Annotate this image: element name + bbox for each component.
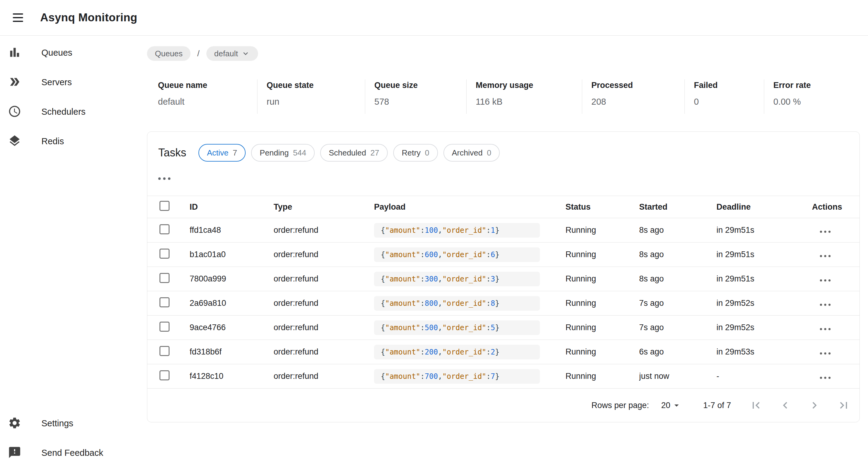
sidebar-item-label: Queues — [41, 48, 72, 58]
task-id: f4128c10 — [190, 372, 274, 381]
more-options-button[interactable] — [158, 172, 177, 185]
row-actions-button[interactable] — [820, 255, 833, 257]
row-actions-button[interactable] — [820, 377, 833, 379]
task-status: Running — [565, 299, 639, 308]
select-all-checkbox[interactable] — [159, 201, 169, 211]
task-id: 2a69a810 — [190, 299, 274, 308]
row-actions-button[interactable] — [820, 328, 833, 330]
previous-page-button[interactable] — [778, 399, 792, 412]
table-row: 2a69a810order:refund{"amount":800,"order… — [147, 291, 860, 316]
main-content: Queues / default Queue namedefaultQueue … — [147, 36, 868, 468]
table-row: 7800a999order:refund{"amount":300,"order… — [147, 267, 860, 291]
pagination-buttons — [749, 399, 850, 412]
sidebar-bottom-list: SettingsSend Feedback — [0, 409, 147, 468]
tab-active[interactable]: Active7 — [198, 144, 246, 162]
row-actions-button[interactable] — [820, 352, 833, 354]
sidebar-item-settings[interactable]: Settings — [0, 409, 147, 438]
tasks-table: IDTypePayloadStatusStartedDeadlineAction… — [147, 196, 860, 388]
feedback-icon — [8, 446, 21, 460]
breadcrumb: Queues / default — [147, 46, 868, 61]
more-horiz-icon — [820, 328, 822, 330]
stat-label: Queue size — [374, 81, 466, 90]
stat-processed: Processed208 — [582, 80, 684, 114]
sidebar-item-redis[interactable]: Redis — [0, 127, 147, 156]
stat-label: Error rate — [773, 81, 860, 90]
first-page-button[interactable] — [749, 399, 763, 412]
task-started: 7s ago — [639, 299, 716, 308]
table-footer: Rows per page: 20 1-7 of 7 — [147, 388, 860, 422]
row-checkbox[interactable] — [159, 273, 169, 283]
stat-value: 0.00 % — [773, 97, 860, 107]
sidebar-item-send-feedback[interactable]: Send Feedback — [0, 438, 147, 468]
breadcrumb-current-label: default — [214, 49, 238, 58]
task-payload: {"amount":800,"order_id":8} — [374, 296, 540, 311]
task-started: 6s ago — [639, 347, 716, 356]
stat-error-rate: Error rate0.00 % — [764, 80, 860, 114]
layers-icon — [8, 134, 21, 149]
rows-per-page-label: Rows per page: — [591, 401, 649, 410]
next-page-button[interactable] — [808, 399, 821, 412]
clock-icon — [8, 105, 21, 119]
sidebar-item-queues[interactable]: Queues — [0, 38, 147, 67]
task-status: Running — [565, 250, 639, 259]
bar-chart-icon — [8, 45, 21, 60]
pagination-range: 1-7 of 7 — [703, 401, 731, 410]
breadcrumb-queues-chip[interactable]: Queues — [147, 46, 190, 61]
table-row: b1ac01a0order:refund{"amount":600,"order… — [147, 243, 860, 267]
more-horiz-icon — [820, 255, 822, 257]
sidebar-nav-list: QueuesServersSchedulersRedis — [0, 38, 147, 156]
task-id: ffd1ca48 — [190, 225, 274, 235]
tab-label: Retry — [402, 148, 421, 158]
row-checkbox[interactable] — [159, 224, 169, 234]
task-id: fd318b6f — [190, 347, 274, 356]
task-deadline: in 29m51s — [716, 274, 812, 284]
gear-icon — [8, 416, 21, 431]
row-actions-button[interactable] — [820, 304, 833, 306]
tab-scheduled[interactable]: Scheduled27 — [320, 144, 388, 162]
stat-memory-usage: Memory usage116 kB — [466, 80, 582, 114]
sidebar-item-servers[interactable]: Servers — [0, 67, 147, 97]
stat-value: default — [158, 97, 257, 107]
menu-button[interactable] — [13, 11, 28, 24]
row-checkbox[interactable] — [159, 249, 169, 259]
sidebar-item-schedulers[interactable]: Schedulers — [0, 97, 147, 127]
task-payload: {"amount":300,"order_id":3} — [374, 272, 540, 286]
task-payload: {"amount":500,"order_id":5} — [374, 320, 540, 335]
tasks-title: Tasks — [158, 146, 186, 159]
tab-pending[interactable]: Pending544 — [251, 144, 315, 162]
row-checkbox[interactable] — [159, 297, 169, 307]
tab-label: Scheduled — [329, 148, 366, 158]
task-deadline: in 29m52s — [716, 299, 812, 308]
task-id: b1ac01a0 — [190, 250, 274, 259]
tab-label: Active — [207, 148, 228, 158]
last-page-button[interactable] — [837, 399, 850, 412]
task-started: 7s ago — [639, 323, 716, 332]
more-horiz-icon — [158, 178, 161, 180]
tab-count: 544 — [293, 148, 306, 158]
row-actions-button[interactable] — [820, 279, 833, 281]
task-started: 8s ago — [639, 250, 716, 259]
rows-per-page-select[interactable]: 20 — [661, 400, 682, 410]
tab-retry[interactable]: Retry0 — [393, 144, 438, 162]
tab-count: 0 — [487, 148, 491, 158]
more-horiz-icon — [820, 279, 822, 281]
stat-value: run — [267, 97, 365, 107]
stat-label: Failed — [694, 81, 764, 90]
row-checkbox[interactable] — [159, 322, 169, 332]
stat-value: 0 — [694, 97, 764, 107]
sidebar-item-label: Servers — [41, 77, 72, 87]
stat-queue-size: Queue size578 — [365, 80, 466, 114]
task-type: order:refund — [274, 274, 374, 284]
breadcrumb-queue-select-chip[interactable]: default — [206, 46, 258, 61]
task-payload: {"amount":200,"order_id":2} — [374, 345, 540, 360]
task-started: 8s ago — [639, 274, 716, 284]
row-checkbox[interactable] — [159, 346, 169, 356]
table-row: f4128c10order:refund{"amount":700,"order… — [147, 364, 860, 388]
task-started: just now — [639, 372, 716, 381]
row-actions-button[interactable] — [820, 231, 833, 233]
chevron-left-icon — [778, 399, 792, 412]
column-header-actions: Actions — [812, 202, 860, 212]
row-checkbox[interactable] — [159, 370, 169, 380]
tab-archived[interactable]: Archived0 — [443, 144, 500, 162]
sidebar-item-label: Schedulers — [41, 107, 86, 117]
